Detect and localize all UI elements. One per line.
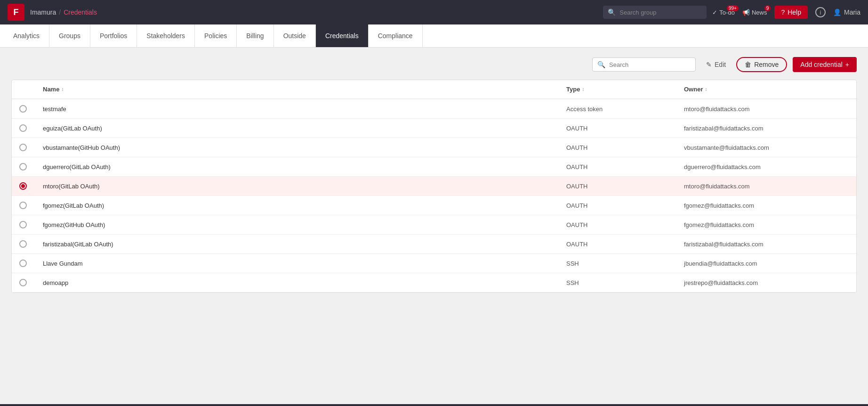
tab-bar: Analytics Groups Portfolios Stakeholders… xyxy=(0,24,868,48)
person-icon: 👤 xyxy=(833,8,841,16)
trash-icon: 🗑 xyxy=(745,61,751,68)
cell-name: eguiza(GitLab OAuth) xyxy=(43,125,566,132)
table-row[interactable]: faristizabal(GitLab OAuth)OAUTHfaristiza… xyxy=(12,235,856,254)
table-row[interactable]: testmafeAccess tokenmtoro@fluidattacks.c… xyxy=(12,99,856,119)
user-area[interactable]: 👤 Maria xyxy=(833,8,860,16)
pagination-bar: 10 20 27 1 - 10 of 27 items «« ‹ 1 2 3 ›… xyxy=(0,404,868,406)
row-radio[interactable] xyxy=(19,221,27,228)
table-row[interactable]: dguerrero(GitLab OAuth)OAUTHdguerrero@fl… xyxy=(12,157,856,177)
cell-owner: fgomez@fluidattacks.com xyxy=(684,221,849,228)
cell-name: faristizabal(GitLab OAuth) xyxy=(43,241,566,248)
name-sort-icon: ↕ xyxy=(61,87,64,92)
cell-type: SSH xyxy=(566,279,684,286)
cell-owner: jrestrepo@fluidattacks.com xyxy=(684,279,849,286)
cell-owner: fgomez@fluidattacks.com xyxy=(684,202,849,209)
tab-credentials[interactable]: Credentials xyxy=(316,24,369,47)
table-header: Name ↕ Type ↕ Owner ↕ xyxy=(12,80,856,99)
table-row[interactable]: fgomez(GitHub OAuth)OAUTHfgomez@fluidatt… xyxy=(12,215,856,235)
cell-type: OAUTH xyxy=(566,183,684,190)
table-row[interactable]: vbustamante(GitHub OAuth)OAUTHvbustamant… xyxy=(12,138,856,157)
table-row[interactable]: mtoro(GitLab OAuth)OAUTHmtoro@fluidattac… xyxy=(12,177,856,196)
nav-icons: ✓ To-do 99+ 📢 News 9 ? Help i 👤 Maria xyxy=(712,6,860,19)
help-label: Help xyxy=(788,8,801,16)
top-nav: F Imamura / Credentials 🔍 ✓ To-do 99+ 📢 … xyxy=(0,0,868,24)
cell-name: demoapp xyxy=(43,279,566,286)
type-sort-icon: ↕ xyxy=(582,87,584,92)
plus-icon: + xyxy=(845,61,849,68)
row-radio[interactable] xyxy=(19,182,27,190)
table-row[interactable]: eguiza(GitLab OAuth)OAUTHfaristizabal@fl… xyxy=(12,119,856,138)
search-group-input[interactable] xyxy=(619,9,702,16)
cell-name: fgomez(GitHub OAuth) xyxy=(43,221,566,228)
cell-owner: mtoro@fluidattacks.com xyxy=(684,106,849,113)
cell-type: OAUTH xyxy=(566,144,684,151)
edit-button[interactable]: ✎ Edit xyxy=(701,58,731,71)
tab-groups[interactable]: Groups xyxy=(49,24,90,47)
table-row[interactable]: fgomez(GitLab OAuth)OAUTHfgomez@fluidatt… xyxy=(12,196,856,215)
cell-type: OAUTH xyxy=(566,125,684,132)
breadcrumb-org[interactable]: Imamura xyxy=(30,8,56,16)
search-group-box[interactable]: 🔍 xyxy=(603,6,707,19)
row-radio[interactable] xyxy=(19,260,27,267)
news-item[interactable]: 📢 News 9 xyxy=(742,9,767,16)
row-radio[interactable] xyxy=(19,163,27,171)
name-col-header[interactable]: Name ↕ xyxy=(43,86,566,93)
table-row[interactable]: demoappSSHjrestrepo@fluidattacks.com xyxy=(12,273,856,292)
cell-owner: dguerrero@fluidattacks.com xyxy=(684,163,849,171)
tab-stakeholders[interactable]: Stakeholders xyxy=(137,24,195,47)
owner-col-header[interactable]: Owner ↕ xyxy=(684,86,849,93)
tab-outside[interactable]: Outside xyxy=(274,24,316,47)
cell-name: dguerrero(GitLab OAuth) xyxy=(43,163,566,171)
row-radio[interactable] xyxy=(19,202,27,209)
cell-owner: vbustamante@fluidattacks.com xyxy=(684,144,849,151)
info-icon: i xyxy=(815,7,826,17)
table-row[interactable]: Llave GundamSSHjbuendia@fluidattacks.com xyxy=(12,254,856,273)
search-input[interactable] xyxy=(609,61,691,68)
cell-type: OAUTH xyxy=(566,221,684,228)
search-icon: 🔍 xyxy=(597,61,605,68)
info-item[interactable]: i xyxy=(815,7,826,17)
cell-name: vbustamante(GitHub OAuth) xyxy=(43,144,566,151)
tab-analytics[interactable]: Analytics xyxy=(4,24,49,47)
cell-type: OAUTH xyxy=(566,202,684,209)
tab-policies[interactable]: Policies xyxy=(195,24,237,47)
row-radio[interactable] xyxy=(19,124,27,132)
breadcrumb-current: Credentials xyxy=(64,8,97,16)
tab-billing[interactable]: Billing xyxy=(237,24,273,47)
question-icon: ? xyxy=(781,8,785,16)
add-credential-label: Add credential xyxy=(800,61,843,68)
edit-icon: ✎ xyxy=(706,61,712,68)
breadcrumb-separator: / xyxy=(59,8,61,16)
cell-type: SSH xyxy=(566,260,684,267)
cell-owner: faristizabal@fluidattacks.com xyxy=(684,241,849,248)
cell-type: OAUTH xyxy=(566,163,684,171)
todo-item[interactable]: ✓ To-do 99+ xyxy=(712,9,735,16)
check-icon: ✓ xyxy=(712,9,717,16)
row-radio[interactable] xyxy=(19,240,27,248)
cell-type: Access token xyxy=(566,106,684,113)
cell-owner: faristizabal@fluidattacks.com xyxy=(684,125,849,132)
remove-button[interactable]: 🗑 Remove xyxy=(736,57,787,72)
type-col-header[interactable]: Type ↕ xyxy=(566,86,684,93)
cell-name: mtoro(GitLab OAuth) xyxy=(43,183,566,190)
edit-label: Edit xyxy=(715,61,726,68)
cell-name: testmafe xyxy=(43,106,566,113)
todo-badge: 99+ xyxy=(727,5,739,11)
owner-sort-icon: ↕ xyxy=(705,87,707,92)
breadcrumb: Imamura / Credentials xyxy=(30,8,97,16)
search-box[interactable]: 🔍 xyxy=(592,57,696,72)
app-logo: F xyxy=(8,4,24,21)
user-label: Maria xyxy=(844,8,860,16)
credentials-table: Name ↕ Type ↕ Owner ↕ testmafeAccess tok… xyxy=(11,80,857,293)
megaphone-icon: 📢 xyxy=(742,9,750,16)
help-button[interactable]: ? Help xyxy=(774,6,808,19)
row-radio[interactable] xyxy=(19,279,27,286)
news-badge: 9 xyxy=(764,5,771,11)
toolbar: 🔍 ✎ Edit 🗑 Remove Add credential + xyxy=(11,57,857,72)
row-radio[interactable] xyxy=(19,105,27,113)
row-radio[interactable] xyxy=(19,144,27,151)
add-credential-button[interactable]: Add credential + xyxy=(793,57,857,72)
tab-compliance[interactable]: Compliance xyxy=(369,24,423,47)
tab-portfolios[interactable]: Portfolios xyxy=(90,24,137,47)
main-content: 🔍 ✎ Edit 🗑 Remove Add credential + Name … xyxy=(0,48,868,404)
